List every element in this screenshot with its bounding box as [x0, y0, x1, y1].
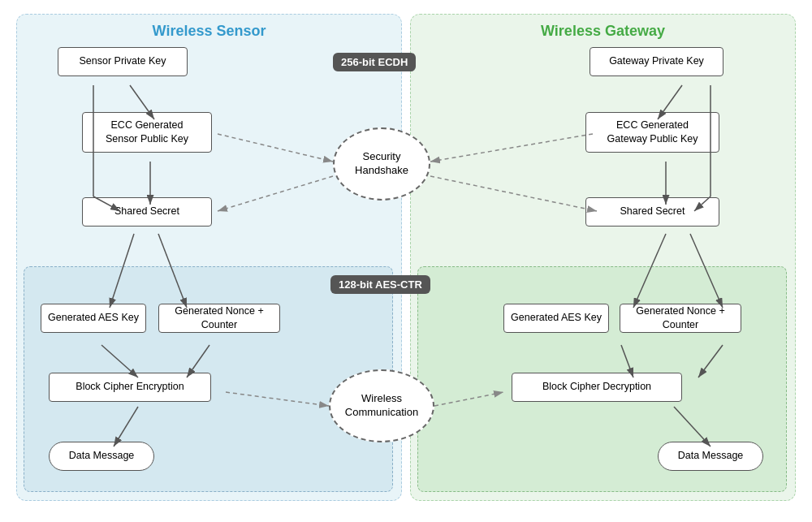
right-panel-title: Wireless Gateway — [419, 23, 787, 40]
gateway-ecc-public-box: ECC GeneratedGateway Public Key — [585, 112, 719, 153]
gateway-nonce-box: Generated Nonce + Counter — [620, 304, 741, 333]
gateway-shared-secret-box: Shared Secret — [585, 197, 719, 226]
sensor-nonce-box: Generated Nonce + Counter — [158, 304, 280, 333]
sensor-ecc-public-box: ECC GeneratedSensor Public Key — [82, 112, 212, 153]
gateway-private-key-box: Gateway Private Key — [590, 47, 723, 76]
gateway-aes-key-box: Generated AES Key — [503, 304, 609, 333]
sensor-block-cipher-box: Block Cipher Encryption — [49, 373, 211, 402]
lower-panel-left: Generated AES Key Generated Nonce + Coun… — [24, 266, 393, 492]
ecdh-badge: 256-bit ECDH — [333, 53, 416, 71]
sensor-shared-secret-box: Shared Secret — [82, 197, 212, 226]
sensor-private-key-box: Sensor Private Key — [58, 47, 188, 76]
aes-badge: 128-bit AES-CTR — [330, 275, 430, 294]
security-handshake-oval: Security Handshake — [333, 127, 430, 201]
lower-panel-right: Generated AES Key Generated Nonce + Coun… — [417, 266, 787, 492]
gateway-block-cipher-box: Block Cipher Decryption — [512, 373, 682, 402]
sensor-data-message-box: Data Message — [49, 442, 154, 471]
sensor-aes-key-box: Generated AES Key — [41, 304, 146, 333]
panel-right: Wireless Gateway Gateway Private Key ECC… — [410, 14, 796, 501]
gateway-data-message-box: Data Message — [658, 442, 763, 471]
diagram-container: Wireless Sensor Sensor Private Key ECC G… — [16, 14, 796, 509]
left-panel-title: Wireless Sensor — [25, 23, 393, 40]
wireless-communication-oval: Wireless Communication — [329, 369, 434, 442]
